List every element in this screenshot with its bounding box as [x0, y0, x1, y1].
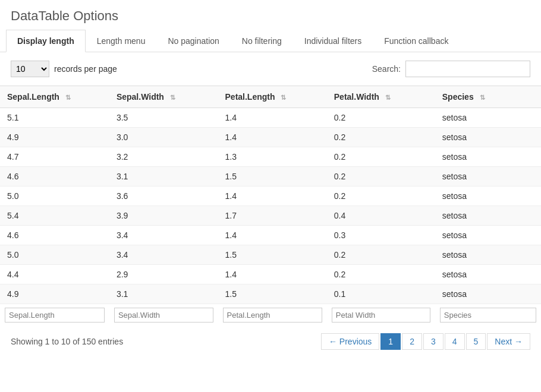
cell-r1-c1: 3.0: [109, 128, 218, 147]
cell-r6-c4: setosa: [435, 226, 541, 245]
page-button-5[interactable]: 5: [466, 333, 486, 350]
next-button[interactable]: Next →: [487, 333, 530, 350]
cell-r9-c0: 4.9: [0, 284, 109, 304]
search-input[interactable]: [405, 61, 530, 77]
page-title: DataTable Options: [0, 0, 541, 30]
cell-r7-c4: setosa: [435, 245, 541, 265]
table-header-row: Sepal.Length ⇅Sepal.Width ⇅Petal.Length …: [0, 86, 541, 108]
sort-icon: ⇅: [480, 94, 485, 102]
cell-r6-c1: 3.4: [109, 226, 218, 245]
controls-bar: 5102550100 records per page Search:: [0, 52, 541, 86]
search-area: Search:: [372, 61, 530, 77]
tab-length-menu[interactable]: Length menu: [86, 30, 157, 52]
cell-r1-c4: setosa: [435, 128, 541, 147]
cell-r5-c3: 0.4: [327, 206, 435, 226]
col-header-sepal-length[interactable]: Sepal.Length ⇅: [0, 86, 109, 108]
cell-r9-c3: 0.1: [327, 284, 435, 304]
cell-r0-c3: 0.2: [327, 108, 435, 128]
cell-r8-c4: setosa: [435, 265, 541, 284]
page-button-3[interactable]: 3: [423, 333, 444, 350]
cell-r6-c3: 0.3: [327, 226, 435, 245]
table-row: 5.03.61.40.2setosa: [0, 186, 541, 206]
cell-r8-c2: 1.4: [218, 265, 327, 284]
sort-icon: ⇅: [65, 94, 71, 102]
filter-input-sepal-width[interactable]: [114, 308, 213, 323]
table-row: 5.43.91.70.4setosa: [0, 206, 541, 226]
cell-r3-c3: 0.2: [327, 167, 435, 186]
cell-r9-c4: setosa: [435, 284, 541, 304]
sort-icon: ⇅: [281, 94, 286, 102]
cell-r5-c1: 3.9: [109, 206, 218, 226]
pagination: ← Previous12345Next →: [321, 333, 530, 350]
filter-row: [0, 304, 541, 327]
cell-r3-c2: 1.5: [218, 167, 327, 186]
cell-r6-c0: 4.6: [0, 226, 109, 245]
cell-r7-c3: 0.2: [327, 245, 435, 265]
previous-button[interactable]: ← Previous: [321, 333, 379, 350]
table-row: 4.42.91.40.2setosa: [0, 265, 541, 284]
cell-r7-c1: 3.4: [109, 245, 218, 265]
cell-r2-c0: 4.7: [0, 147, 109, 167]
footer: Showing 1 to 10 of 150 entries ← Previou…: [0, 326, 541, 357]
records-per-page-select[interactable]: 5102550100: [11, 61, 49, 77]
table-row: 4.93.01.40.2setosa: [0, 128, 541, 147]
data-table: Sepal.Length ⇅Sepal.Width ⇅Petal.Length …: [0, 86, 541, 326]
sort-icon: ⇅: [385, 94, 391, 102]
tab-function-callback[interactable]: Function callback: [373, 30, 460, 52]
cell-r4-c1: 3.6: [109, 186, 218, 206]
cell-r4-c4: setosa: [435, 186, 541, 206]
table-row: 5.03.41.50.2setosa: [0, 245, 541, 265]
showing-text: Showing 1 to 10 of 150 entries: [11, 337, 123, 346]
cell-r9-c1: 3.1: [109, 284, 218, 304]
filter-input-species[interactable]: [440, 308, 536, 323]
cell-r4-c3: 0.2: [327, 186, 435, 206]
cell-r8-c0: 4.4: [0, 265, 109, 284]
cell-r2-c2: 1.3: [218, 147, 327, 167]
cell-r2-c1: 3.2: [109, 147, 218, 167]
cell-r0-c1: 3.5: [109, 108, 218, 128]
search-label: Search:: [372, 64, 401, 74]
tab-bar: Display lengthLength menuNo paginationNo…: [0, 30, 541, 52]
cell-r2-c4: setosa: [435, 147, 541, 167]
cell-r5-c2: 1.7: [218, 206, 327, 226]
cell-r0-c0: 5.1: [0, 108, 109, 128]
cell-r0-c2: 1.4: [218, 108, 327, 128]
tab-individual-filters[interactable]: Individual filters: [293, 30, 373, 52]
table-row: 5.13.51.40.2setosa: [0, 108, 541, 128]
cell-r1-c0: 4.9: [0, 128, 109, 147]
cell-r4-c0: 5.0: [0, 186, 109, 206]
cell-r1-c3: 0.2: [327, 128, 435, 147]
cell-r8-c1: 2.9: [109, 265, 218, 284]
sort-icon: ⇅: [170, 94, 175, 102]
cell-r3-c4: setosa: [435, 167, 541, 186]
page-button-2[interactable]: 2: [402, 333, 422, 350]
col-header-species[interactable]: Species ⇅: [435, 86, 541, 108]
cell-r2-c3: 0.2: [327, 147, 435, 167]
cell-r3-c0: 4.6: [0, 167, 109, 186]
tab-display-length[interactable]: Display length: [6, 30, 86, 52]
cell-r4-c2: 1.4: [218, 186, 327, 206]
cell-r5-c0: 5.4: [0, 206, 109, 226]
records-per-page-label: records per page: [54, 64, 117, 74]
tab-no-pagination[interactable]: No pagination: [156, 30, 230, 52]
filter-input-sepal-length[interactable]: [5, 308, 105, 323]
cell-r8-c3: 0.2: [327, 265, 435, 284]
page-button-1[interactable]: 1: [380, 333, 401, 350]
cell-r3-c1: 3.1: [109, 167, 218, 186]
col-header-sepal-width[interactable]: Sepal.Width ⇅: [109, 86, 218, 108]
page-button-4[interactable]: 4: [445, 333, 465, 350]
cell-r1-c2: 1.4: [218, 128, 327, 147]
table-row: 4.93.11.50.1setosa: [0, 284, 541, 304]
cell-r7-c0: 5.0: [0, 245, 109, 265]
table-row: 4.73.21.30.2setosa: [0, 147, 541, 167]
cell-r0-c4: setosa: [435, 108, 541, 128]
table-body: 5.13.51.40.2setosa4.93.01.40.2setosa4.73…: [0, 108, 541, 304]
filter-input-petal-length[interactable]: [223, 308, 322, 323]
filter-input-petal-width[interactable]: [332, 308, 430, 323]
col-header-petal-width[interactable]: Petal.Width ⇅: [327, 86, 435, 108]
table-row: 4.63.41.40.3setosa: [0, 226, 541, 245]
tab-no-filtering[interactable]: No filtering: [231, 30, 293, 52]
col-header-petal-length[interactable]: Petal.Length ⇅: [218, 86, 327, 108]
cell-r5-c4: setosa: [435, 206, 541, 226]
cell-r9-c2: 1.5: [218, 284, 327, 304]
